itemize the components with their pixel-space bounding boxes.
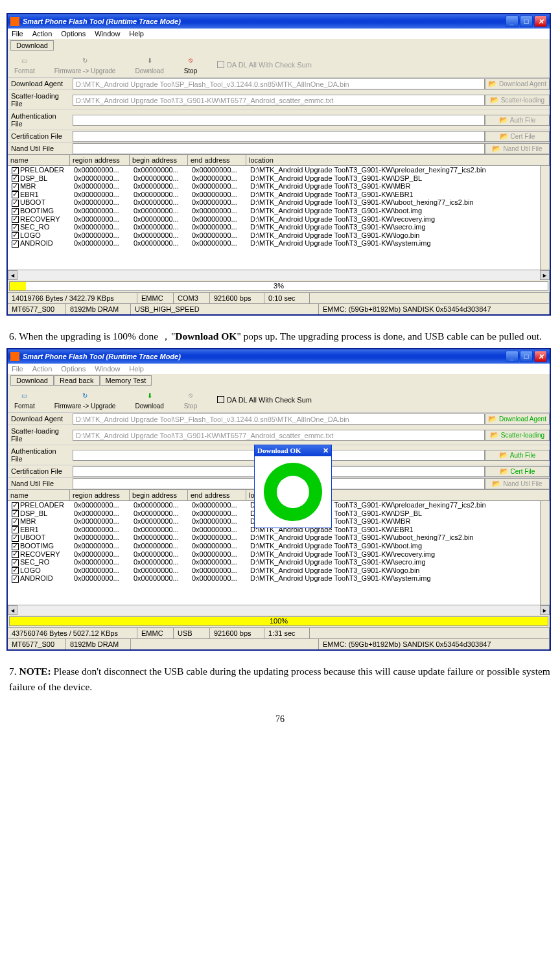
row-checkbox[interactable]	[12, 559, 19, 566]
file-path-input[interactable]: D:\MTK_Android Upgrade Tool\SP_Flash_Too…	[73, 78, 485, 89]
menu-options[interactable]: Options	[61, 30, 86, 38]
maximize-button[interactable]: □	[520, 351, 533, 362]
table-row[interactable]: SEC_RO0x00000000...0x00000000...0x000000…	[8, 558, 550, 566]
table-row[interactable]: EBR10x00000000...0x00000000...0x00000000…	[8, 191, 550, 199]
col-end[interactable]: end address	[188, 155, 246, 165]
vert-scrollbar[interactable]	[540, 166, 550, 270]
row-checkbox[interactable]	[12, 191, 19, 198]
menu-action[interactable]: Action	[32, 365, 52, 373]
table-row[interactable]: BOOTIMG0x00000000...0x00000000...0x00000…	[8, 542, 550, 550]
tab-download[interactable]: Download	[10, 375, 54, 386]
file-path-input[interactable]: D:\MTK_Android Upgrade Tool\T3_G901-KW\M…	[73, 95, 485, 106]
row-checkbox[interactable]	[12, 167, 19, 174]
format-button[interactable]: ▭Format	[14, 390, 35, 410]
menu-file[interactable]: File	[12, 365, 23, 373]
checksum-checkbox[interactable]: DA DL All With Check Sum	[217, 396, 312, 404]
row-checkbox[interactable]	[12, 502, 19, 509]
menu-help[interactable]: Help	[129, 365, 144, 373]
row-checkbox[interactable]	[12, 224, 19, 231]
col-end[interactable]: end address	[188, 490, 246, 500]
browse-button[interactable]: 📂Cert File	[485, 131, 550, 142]
file-path-input[interactable]	[73, 143, 485, 154]
col-location[interactable]: location	[246, 155, 550, 165]
minimize-button[interactable]: _	[506, 16, 519, 27]
table-row[interactable]: BOOTIMG0x00000000...0x00000000...0x00000…	[8, 207, 550, 215]
browse-button[interactable]: 📂Download Agent	[485, 414, 550, 425]
browse-button[interactable]: 📂Scatter-loading	[485, 430, 550, 441]
col-begin[interactable]: begin address	[130, 490, 188, 500]
download-button[interactable]: ⬇Download	[135, 390, 163, 410]
row-checkbox[interactable]	[12, 567, 19, 574]
horiz-scrollbar[interactable]: ◄►	[8, 270, 550, 280]
row-checkbox[interactable]	[12, 576, 19, 583]
table-row[interactable]: UBOOT0x00000000...0x00000000...0x0000000…	[8, 533, 550, 542]
row-checkbox[interactable]	[12, 535, 19, 542]
row-checkbox[interactable]	[12, 240, 19, 248]
tab-memtest[interactable]: Memory Test	[100, 375, 152, 386]
table-row[interactable]: SEC_RO0x00000000...0x00000000...0x000000…	[8, 223, 550, 231]
browse-button[interactable]: 📂Download Agent	[485, 78, 550, 89]
table-row[interactable]: ANDROID0x00000000...0x00000000...0x00000…	[8, 239, 550, 248]
file-path-input[interactable]	[73, 131, 485, 142]
titlebar[interactable]: Smart Phone Flash Tool (Runtime Trace Mo…	[8, 14, 550, 29]
row-checkbox[interactable]	[12, 510, 19, 517]
maximize-button[interactable]: □	[520, 16, 533, 27]
tab-download[interactable]: Download	[10, 40, 54, 51]
row-checkbox[interactable]	[12, 175, 19, 182]
col-name[interactable]: name	[8, 155, 70, 165]
menu-action[interactable]: Action	[32, 30, 52, 38]
row-checkbox[interactable]	[12, 543, 19, 550]
row-checkbox[interactable]	[12, 518, 19, 526]
col-begin[interactable]: begin address	[130, 155, 188, 165]
table-row[interactable]: UBOOT0x00000000...0x00000000...0x0000000…	[8, 198, 550, 207]
row-checkbox[interactable]	[12, 216, 19, 223]
table-row[interactable]: RECOVERY0x00000000...0x00000000...0x0000…	[8, 550, 550, 559]
stop-button[interactable]: ⦸Stop	[183, 390, 198, 410]
browse-button[interactable]: 📂Scatter-loading	[485, 95, 550, 106]
table-row[interactable]: MBR0x00000000...0x00000000...0x00000000.…	[8, 182, 550, 191]
tab-readback[interactable]: Read back	[54, 375, 100, 386]
col-region[interactable]: region address	[70, 490, 130, 500]
table-row[interactable]: LOGO0x00000000...0x00000000...0x00000000…	[8, 566, 550, 575]
row-checkbox[interactable]	[12, 208, 19, 215]
browse-button[interactable]: 📂Auth File	[485, 115, 550, 126]
table-row[interactable]: DSP_BL0x00000000...0x00000000...0x000000…	[8, 174, 550, 183]
horiz-scrollbar[interactable]: ◄►	[8, 605, 550, 615]
firmware-upgrade-button[interactable]: ↻Firmware -> Upgrade	[54, 54, 116, 75]
firmware-upgrade-button[interactable]: ↻Firmware -> Upgrade	[54, 390, 116, 410]
popup-titlebar[interactable]: Download OK✕	[255, 445, 331, 456]
close-button[interactable]: ✕	[534, 16, 547, 27]
menu-file[interactable]: File	[12, 30, 23, 38]
file-path-input[interactable]	[73, 115, 485, 126]
vert-scrollbar[interactable]	[540, 501, 550, 605]
close-button[interactable]: ✕	[534, 351, 547, 362]
menu-options[interactable]: Options	[61, 365, 86, 373]
format-button[interactable]: ▭Format	[14, 54, 35, 75]
file-path-input[interactable]: D:\MTK_Android Upgrade Tool\SP_Flash_Too…	[73, 414, 485, 425]
stop-button[interactable]: ⦸Stop	[183, 54, 198, 75]
menu-window[interactable]: Window	[95, 365, 120, 373]
table-row[interactable]: PRELOADER0x00000000...0x00000000...0x000…	[8, 166, 550, 174]
row-checkbox[interactable]	[12, 551, 19, 558]
col-name[interactable]: name	[8, 490, 70, 500]
browse-button[interactable]: 📂Auth File	[485, 450, 550, 461]
minimize-button[interactable]: _	[506, 351, 519, 362]
file-path-input[interactable]: D:\MTK_Android Upgrade Tool\T3_G901-KW\M…	[73, 430, 485, 441]
table-row[interactable]: ANDROID0x00000000...0x00000000...0x00000…	[8, 574, 550, 583]
popup-close-icon[interactable]: ✕	[323, 447, 329, 455]
checksum-checkbox[interactable]: DA DL All With Check Sum	[217, 61, 312, 69]
row-checkbox[interactable]	[12, 183, 19, 191]
row-checkbox[interactable]	[12, 200, 19, 207]
row-checkbox[interactable]	[12, 526, 19, 533]
menu-help[interactable]: Help	[129, 30, 144, 38]
table-row[interactable]: RECOVERY0x00000000...0x00000000...0x0000…	[8, 215, 550, 224]
browse-button[interactable]: 📂Nand Util File	[485, 478, 550, 489]
menu-window[interactable]: Window	[95, 30, 120, 38]
browse-button[interactable]: 📂Nand Util File	[485, 143, 550, 154]
col-region[interactable]: region address	[70, 155, 130, 165]
row-checkbox[interactable]	[12, 232, 19, 239]
browse-button[interactable]: 📂Cert File	[485, 466, 550, 477]
table-row[interactable]: LOGO0x00000000...0x00000000...0x00000000…	[8, 231, 550, 240]
titlebar[interactable]: Smart Phone Flash Tool (Runtime Trace Mo…	[8, 349, 550, 364]
download-button[interactable]: ⬇Download	[135, 54, 163, 75]
